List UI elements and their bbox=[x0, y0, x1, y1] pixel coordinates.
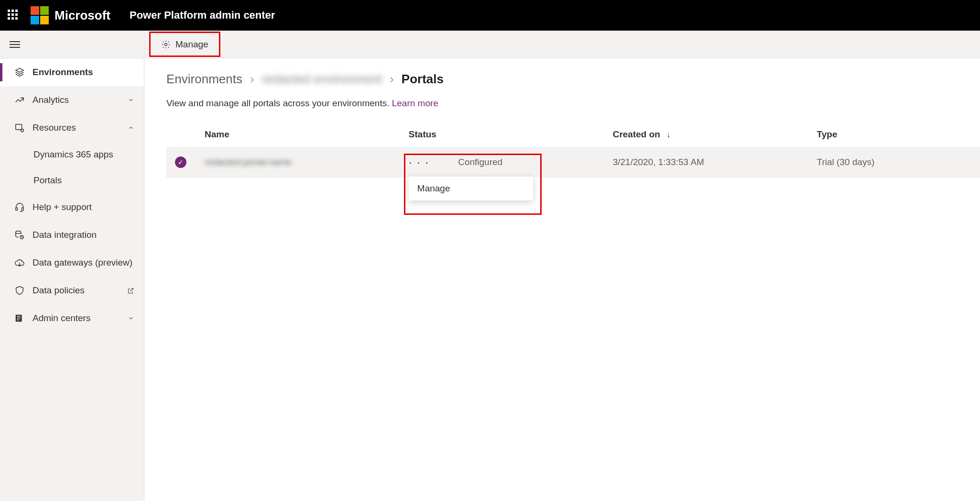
chevron-up-icon bbox=[128, 124, 134, 131]
brand-text: Microsoft bbox=[54, 8, 110, 23]
subtext-label: View and manage all portals across your … bbox=[166, 98, 389, 108]
cell-status: · · · Configured Manage bbox=[409, 156, 613, 169]
breadcrumb-root[interactable]: Environments bbox=[166, 72, 242, 87]
row-context-menu: Manage bbox=[409, 177, 533, 200]
resources-icon bbox=[13, 122, 26, 133]
row-more-actions-button[interactable]: · · · bbox=[409, 156, 429, 169]
learn-more-link[interactable]: Learn more bbox=[392, 98, 438, 108]
sidebar-item-label: Admin centers bbox=[33, 313, 90, 323]
sidebar-item-label: Data policies bbox=[33, 285, 85, 296]
portals-table: Name Status Created on ↓ Type ✓ redacted… bbox=[144, 122, 980, 178]
manage-button[interactable]: Manage bbox=[149, 32, 220, 57]
column-header-created-on[interactable]: Created on ↓ bbox=[613, 129, 817, 140]
hamburger-icon[interactable] bbox=[10, 39, 20, 50]
sort-descending-icon: ↓ bbox=[666, 131, 670, 139]
svg-rect-8 bbox=[17, 318, 21, 318]
sidebar-item-data-policies[interactable]: Data policies bbox=[0, 277, 144, 304]
chevron-down-icon bbox=[128, 315, 134, 322]
breadcrumb-separator: › bbox=[250, 72, 254, 87]
sidebar-item-data-integration[interactable]: Data integration bbox=[0, 221, 144, 249]
sidebar-item-environments[interactable]: Environments bbox=[0, 58, 144, 86]
sidebar: Environments Analytics Resources Dynamic… bbox=[0, 31, 144, 501]
page-subtext: View and manage all portals across your … bbox=[144, 93, 980, 122]
sidebar-item-admin-centers[interactable]: Admin centers bbox=[0, 304, 144, 332]
sidebar-item-label: Help + support bbox=[33, 202, 92, 212]
manage-button-label: Manage bbox=[175, 39, 208, 50]
analytics-icon bbox=[13, 95, 26, 105]
sidebar-item-analytics[interactable]: Analytics bbox=[0, 86, 144, 114]
sidebar-item-label: Data integration bbox=[33, 230, 97, 240]
breadcrumb-current: Portals bbox=[402, 72, 444, 87]
sidebar-item-help-support[interactable]: Help + support bbox=[0, 193, 144, 221]
table-row[interactable]: ✓ redacted-portal-name · · · Configured … bbox=[166, 147, 980, 178]
sidebar-toggle-row bbox=[0, 31, 144, 58]
svg-point-4 bbox=[16, 231, 21, 234]
environments-icon bbox=[13, 67, 26, 78]
microsoft-logo-icon bbox=[31, 6, 49, 24]
svg-rect-0 bbox=[16, 124, 22, 130]
breadcrumb: Environments › redacted environment › Po… bbox=[144, 58, 980, 93]
cell-name-redacted: redacted-portal-name bbox=[205, 157, 409, 167]
sidebar-item-label: Data gateways (preview) bbox=[33, 257, 132, 268]
sidebar-item-label: Resources bbox=[33, 122, 76, 133]
sidebar-subitem-label: Dynamics 365 apps bbox=[33, 149, 113, 160]
gear-icon bbox=[161, 40, 171, 49]
data-integration-icon bbox=[13, 230, 26, 240]
column-header-status[interactable]: Status bbox=[409, 129, 613, 140]
cloud-icon bbox=[13, 257, 26, 268]
sidebar-item-label: Analytics bbox=[33, 95, 69, 105]
sidebar-item-label: Environments bbox=[33, 67, 93, 78]
headset-icon bbox=[13, 202, 26, 212]
shield-icon bbox=[13, 285, 26, 296]
global-header: Microsoft Power Platform admin center bbox=[0, 0, 980, 31]
context-menu-item-manage[interactable]: Manage bbox=[409, 177, 533, 200]
column-header-name[interactable]: Name bbox=[205, 129, 409, 140]
cell-type: Trial (30 days) bbox=[817, 157, 980, 167]
row-selected-check-icon[interactable]: ✓ bbox=[175, 156, 186, 168]
breadcrumb-environment-redacted[interactable]: redacted environment bbox=[262, 72, 382, 87]
column-header-type[interactable]: Type bbox=[817, 129, 980, 140]
svg-point-1 bbox=[21, 129, 24, 132]
breadcrumb-separator: › bbox=[390, 72, 394, 87]
sidebar-item-resources[interactable]: Resources bbox=[0, 114, 144, 142]
chevron-down-icon bbox=[128, 97, 134, 103]
admin-centers-icon bbox=[13, 313, 26, 323]
command-bar: Manage bbox=[144, 31, 980, 58]
external-link-icon bbox=[127, 287, 134, 294]
table-header-row: Name Status Created on ↓ Type bbox=[166, 122, 980, 147]
sidebar-subitem-dynamics365[interactable]: Dynamics 365 apps bbox=[0, 142, 144, 167]
svg-rect-9 bbox=[17, 320, 20, 320]
app-title: Power Platform admin center bbox=[130, 9, 275, 22]
main-content: Manage Environments › redacted environme… bbox=[144, 31, 980, 501]
cell-created-on: 3/21/2020, 1:33:53 AM bbox=[613, 157, 817, 167]
sidebar-subitem-portals[interactable]: Portals bbox=[0, 167, 144, 193]
svg-rect-2 bbox=[16, 208, 18, 211]
status-text: Configured bbox=[458, 157, 502, 167]
sidebar-subitem-label: Portals bbox=[33, 175, 62, 186]
sidebar-item-data-gateways[interactable]: Data gateways (preview) bbox=[0, 249, 144, 277]
svg-rect-3 bbox=[22, 208, 24, 211]
app-launcher-icon[interactable] bbox=[8, 10, 19, 21]
svg-rect-7 bbox=[17, 316, 21, 316]
svg-point-10 bbox=[165, 43, 167, 45]
